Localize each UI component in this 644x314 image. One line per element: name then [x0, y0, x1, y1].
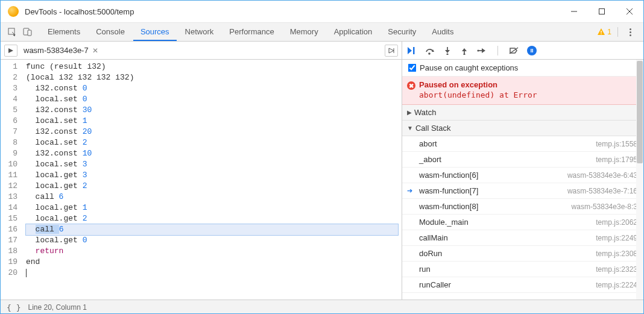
svg-point-18	[446, 53, 448, 55]
tab-elements[interactable]: Elements	[40, 23, 87, 41]
stack-fn: abort	[419, 139, 437, 148]
code-line[interactable]: local.get 1	[26, 203, 402, 213]
tab-console[interactable]: Console	[89, 23, 132, 41]
code-line[interactable]: call 6	[26, 224, 398, 235]
inspect-icon[interactable]	[4, 24, 20, 40]
svg-marker-12	[408, 47, 412, 54]
code-line[interactable]: local.get 2	[26, 181, 402, 192]
pause-on-caught-row[interactable]: Pause on caught exceptions	[402, 60, 643, 77]
callstack-list: aborttemp.js:1558_aborttemp.js:1795wasm-…	[402, 136, 643, 293]
stack-fn: run	[419, 265, 431, 274]
code-body[interactable]: func (result i32)(local i32 i32 i32 i32)…	[22, 60, 402, 300]
tab-network[interactable]: Network	[178, 23, 221, 41]
watch-header[interactable]: ▶Watch	[402, 105, 643, 121]
callstack-row[interactable]: runtemp.js:2323	[402, 262, 643, 277]
source-tabbar: wasm-53834e3e-7 ✕	[1, 42, 402, 60]
step-into-icon[interactable]	[443, 46, 452, 55]
code-line[interactable]: local.set 1	[26, 116, 402, 127]
callstack-section: ▼Call Stack aborttemp.js:1558_aborttemp.…	[402, 121, 643, 293]
code-line[interactable]: return	[26, 246, 402, 257]
deactivate-breakpoints-icon[interactable]	[509, 46, 519, 55]
cursor-position: Line 20, Column 1	[28, 303, 86, 312]
tab-performance[interactable]: Performance	[222, 23, 281, 41]
stack-loc: wasm-53834e3e-7:16	[567, 187, 637, 195]
debugger-toolbar: II	[402, 42, 643, 60]
tab-security[interactable]: Security	[380, 23, 423, 41]
code-line[interactable]: i32.const 20	[26, 127, 402, 137]
scrollbar-thumb[interactable]	[637, 61, 643, 163]
callstack-header[interactable]: ▼Call Stack	[402, 121, 643, 136]
stack-fn: wasm-function[7]	[419, 186, 478, 195]
code-line[interactable]: (local i32 i32 i32 i32)	[26, 72, 402, 83]
scrollbar[interactable]	[636, 60, 643, 300]
callstack-row[interactable]: _aborttemp.js:1795	[402, 152, 643, 168]
callstack-row[interactable]: callMaintemp.js:2249	[402, 230, 643, 246]
panel-tabs: Elements Console Sources Network Perform…	[40, 23, 461, 41]
code-line[interactable]: local.set 0	[26, 94, 402, 105]
code-line[interactable]: i32.const 10	[26, 148, 402, 159]
pause-on-caught-checkbox[interactable]	[408, 64, 417, 72]
stack-loc: temp.js:2249	[596, 234, 637, 242]
separator	[497, 46, 498, 55]
step-over-icon[interactable]	[425, 46, 435, 55]
callstack-row[interactable]: Module._maintemp.js:2062	[402, 215, 643, 230]
stack-fn: callMain	[419, 233, 448, 242]
minimize-button[interactable]	[560, 1, 588, 23]
warning-icon	[597, 28, 605, 36]
devtools-app-icon	[8, 6, 19, 17]
svg-rect-8	[601, 34, 602, 34]
more-menu-icon[interactable]	[624, 28, 636, 36]
device-toggle-icon[interactable]	[20, 24, 36, 40]
step-icon[interactable]	[477, 46, 487, 55]
code-line[interactable]: i32.const 30	[26, 105, 402, 116]
stack-fn: doRun	[419, 249, 442, 258]
code-line[interactable]: end	[26, 257, 402, 268]
tab-application[interactable]: Application	[327, 23, 380, 41]
code-line[interactable]: local.get 0	[26, 235, 402, 246]
file-tab-name: wasm-53834e3e-7	[24, 46, 89, 55]
tab-sources[interactable]: Sources	[133, 23, 177, 41]
code-line[interactable]	[26, 268, 402, 278]
callstack-row[interactable]: doRuntemp.js:2308	[402, 246, 643, 262]
current-frame-icon: ➔	[407, 187, 412, 195]
file-tab[interactable]: wasm-53834e3e-7 ✕	[24, 46, 102, 55]
callstack-row[interactable]: aborttemp.js:1558	[402, 136, 643, 152]
tab-memory[interactable]: Memory	[283, 23, 326, 41]
code-line[interactable]: i32.const 0	[26, 83, 402, 94]
code-line[interactable]: func (result i32)	[26, 61, 402, 72]
tab-audits[interactable]: Audits	[425, 23, 461, 41]
main-toolbar: Elements Console Sources Network Perform…	[1, 23, 643, 42]
code-line[interactable]: local.get 3	[26, 170, 402, 181]
svg-marker-23	[482, 48, 485, 53]
callstack-row[interactable]: wasm-function[8]wasm-53834e3e-8:3	[402, 199, 643, 215]
stack-loc: wasm-53834e3e-8:3	[572, 203, 637, 211]
titlebar: DevTools - localhost:5000/temp	[1, 1, 643, 23]
svg-rect-6	[28, 30, 31, 36]
pretty-print-icon[interactable]: { }	[7, 303, 21, 312]
separator	[617, 27, 618, 37]
maximize-button[interactable]	[588, 1, 616, 23]
resume-icon[interactable]	[407, 46, 417, 55]
svg-point-24	[477, 49, 479, 51]
close-file-icon[interactable]: ✕	[92, 46, 98, 55]
code-line[interactable]: call 6	[26, 192, 402, 203]
callstack-label: Call Stack	[415, 124, 451, 133]
callstack-row[interactable]: runCallertemp.js:2224	[402, 277, 643, 293]
callstack-row[interactable]: wasm-function[6]wasm-53834e3e-6:43	[402, 168, 643, 183]
run-snippet-icon[interactable]	[385, 45, 398, 57]
debugger-panel: II Pause on caught exceptions ✖ Paused o…	[402, 42, 643, 300]
navigator-toggle-icon[interactable]	[4, 45, 17, 57]
code-line[interactable]: local.set 3	[26, 159, 402, 170]
svg-point-21	[463, 53, 465, 55]
pause-banner-title: Paused on exception	[419, 80, 637, 89]
pause-on-exceptions-icon[interactable]: II	[527, 46, 537, 55]
warnings-badge[interactable]: 1	[597, 28, 611, 36]
error-icon: ✖	[407, 81, 415, 90]
code-editor[interactable]: 1234567891011121314151617181920 func (re…	[1, 60, 402, 300]
close-button[interactable]	[616, 1, 643, 23]
code-line[interactable]: local.get 2	[26, 213, 402, 224]
step-out-icon[interactable]	[460, 46, 469, 55]
code-line[interactable]: local.set 2	[26, 137, 402, 148]
callstack-row[interactable]: ➔wasm-function[7]wasm-53834e3e-7:16	[402, 183, 643, 199]
pause-on-caught-label: Pause on caught exceptions	[420, 63, 518, 72]
